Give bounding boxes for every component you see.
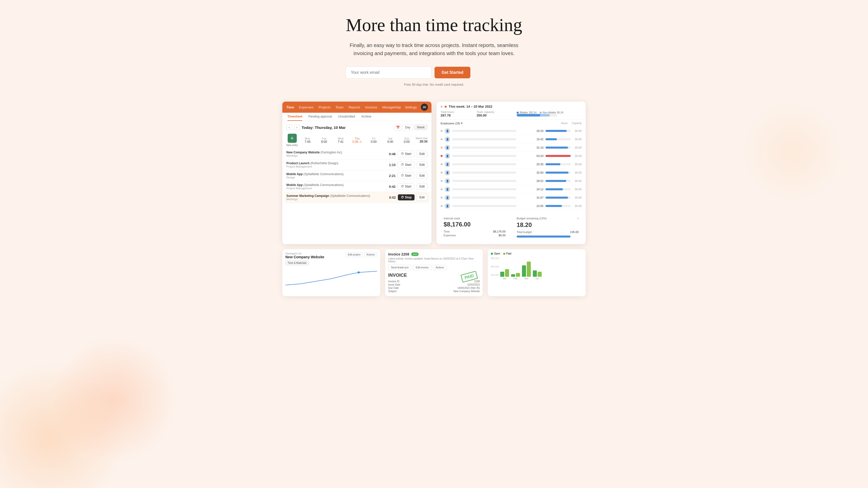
- nav-settings[interactable]: Settings: [405, 105, 417, 109]
- emp-dot: [441, 130, 443, 132]
- edit-button-3[interactable]: Edit: [416, 172, 427, 179]
- week-view-btn[interactable]: Week: [414, 125, 427, 130]
- bar-label-mar: Mar: [525, 277, 529, 280]
- capacity-summary: Total hours 287.78 Team capacity 350.00 …: [441, 110, 582, 117]
- invoice-actions-button[interactable]: Actions: [433, 265, 447, 270]
- employees-header: Employees (18) ▾ Hours Capacity: [437, 120, 586, 127]
- edit-invoice-button[interactable]: Edit invoice: [413, 265, 431, 270]
- bar-jan: Jan: [500, 269, 509, 280]
- project-actions: Edit project Actions: [345, 252, 377, 257]
- bar-open: [522, 265, 526, 277]
- week-total-hours: 28:34: [415, 140, 427, 143]
- day-sat-hours: 0:00: [382, 140, 398, 143]
- avatar[interactable]: JU: [421, 104, 428, 111]
- y-axis: $80,000 $60,000 $40,000: [491, 257, 499, 280]
- bar-group-mar: [522, 262, 531, 277]
- billable-value: 302.54: [529, 111, 537, 114]
- entry-time-5: 0:02: [386, 196, 396, 199]
- nav-invoices[interactable]: Invoices: [365, 105, 377, 109]
- day-fri-hours: 0:00: [366, 140, 381, 143]
- week-total-label: Week total: [415, 137, 427, 140]
- nav-manage[interactable]: Manage: [382, 105, 394, 109]
- prev-arrow[interactable]: ‹: [286, 125, 292, 130]
- team-capacity-item: Team capacity 350.00: [476, 110, 513, 117]
- entry-project-2: Product Launch (Rotherhithe Design): [286, 161, 383, 165]
- stop-icon: ⏱: [401, 196, 404, 199]
- table-row: New Company Website (Farringdon Inc) Mee…: [286, 149, 427, 159]
- capacity-progress-bar: [517, 114, 557, 117]
- nav-help[interactable]: Help: [394, 105, 401, 109]
- calendar-icon[interactable]: 📅: [395, 124, 401, 131]
- edit-button-1[interactable]: Edit: [416, 151, 427, 157]
- bar-label-jan: Jan: [503, 277, 506, 280]
- start-button-4[interactable]: ⏱ Start: [398, 183, 414, 190]
- day-thu: Thu 5:08 ⚠: [349, 137, 365, 143]
- day-sun-name: Sun: [399, 137, 414, 140]
- emp-hours: 28:52: [535, 180, 544, 183]
- start-button-3[interactable]: ⏱ Start: [398, 172, 414, 179]
- total-budget-value: 135.00: [570, 230, 579, 233]
- tab-archive[interactable]: Archive: [361, 115, 371, 121]
- emp-name-bar: [452, 130, 533, 132]
- send-thankyou-button[interactable]: Send thank-you: [388, 265, 411, 270]
- days-grid: Mon 7:45 Tue 8:00 Wed 7:41 Thu: [300, 137, 427, 143]
- invoice-detail-issue: Issue Date 10/03/2022: [388, 283, 480, 286]
- get-started-button[interactable]: Get Started: [435, 67, 470, 78]
- nav-reports[interactable]: Reports: [348, 105, 360, 109]
- tab-unsubmitted[interactable]: Unsubmitted: [338, 115, 355, 121]
- subject-value: New Company Website: [454, 290, 480, 293]
- start-button-2[interactable]: ⏱ Start: [398, 161, 414, 168]
- expenses-row: Expenses $0.00: [444, 234, 505, 237]
- emp-dot-over: [441, 155, 443, 157]
- time-materials-tab[interactable]: Time & Materials: [285, 261, 309, 265]
- help-icon[interactable]: ?: [577, 217, 579, 220]
- emp-capacity: 35:00: [573, 204, 582, 207]
- emp-name-bar: [452, 197, 533, 199]
- nav-left: Time Expenses Projects Team Reports Invo…: [286, 105, 394, 109]
- entry-time-1: 0:48: [385, 152, 396, 156]
- tabs-row: Timesheet Pending approval Unsubmitted A…: [282, 113, 431, 121]
- tab-timesheet[interactable]: Timesheet: [287, 115, 302, 121]
- edit-button-2[interactable]: Edit: [416, 161, 427, 168]
- entry-project-3: Mobile App (Spitalfields Communications): [286, 172, 383, 176]
- edit-project-button[interactable]: Edit project: [345, 252, 363, 257]
- nav-expenses[interactable]: Expenses: [299, 105, 313, 109]
- actions-button[interactable]: Actions: [364, 252, 377, 257]
- emp-dot: [441, 197, 443, 199]
- bar-legend: Open Paid: [491, 252, 583, 255]
- day-view-btn[interactable]: Day: [402, 125, 413, 130]
- day-wed: Wed 7:41: [333, 137, 348, 143]
- bar-open: [533, 270, 537, 277]
- budget-progress-bar: [517, 235, 570, 237]
- stop-button[interactable]: ⏱ Stop: [398, 194, 415, 200]
- day-mon-name: Mon: [300, 137, 315, 140]
- time-value: $8,176.00: [493, 230, 505, 233]
- email-input[interactable]: [345, 66, 431, 78]
- day-mon: Mon 7:45: [300, 137, 315, 143]
- internal-costs-value: $8,176.00: [444, 221, 505, 228]
- new-entry-button[interactable]: +: [288, 134, 297, 143]
- bar-paid: [516, 273, 520, 277]
- entry-category-3: Design: [286, 176, 383, 179]
- edit-button-5[interactable]: Edit: [416, 194, 427, 201]
- tab-pending[interactable]: Pending approval: [308, 115, 332, 121]
- clock-icon: ⏱: [401, 185, 404, 188]
- capacity-fill: [517, 114, 550, 117]
- employees-dropdown[interactable]: Employees (18) ▾: [441, 122, 463, 125]
- emp-capacity: 35:00: [573, 188, 582, 191]
- start-button-1[interactable]: ⏱ Start: [398, 151, 414, 157]
- emp-name-bar: [452, 180, 533, 182]
- costs-budget-section: Internal costs $8,176.00 Time $8,176.00 …: [437, 210, 586, 244]
- due-date-value: 14/04/2022 (Net 35): [457, 287, 480, 289]
- screenshots-grid: Time Expenses Projects Team Reports Invo…: [282, 102, 586, 296]
- project-tabs: Time & Materials: [285, 261, 377, 265]
- nav-projects[interactable]: Projects: [318, 105, 330, 109]
- day-tue-name: Tue: [316, 137, 332, 140]
- issue-date-value: 10/03/2022: [467, 283, 480, 286]
- edit-button-4[interactable]: Edit: [416, 183, 427, 190]
- emp-dot: [441, 205, 443, 207]
- time-row: Time $8,176.00: [444, 230, 505, 233]
- next-arrow[interactable]: ›: [294, 125, 300, 130]
- nav-time[interactable]: Time: [286, 105, 294, 109]
- nav-team[interactable]: Team: [335, 105, 343, 109]
